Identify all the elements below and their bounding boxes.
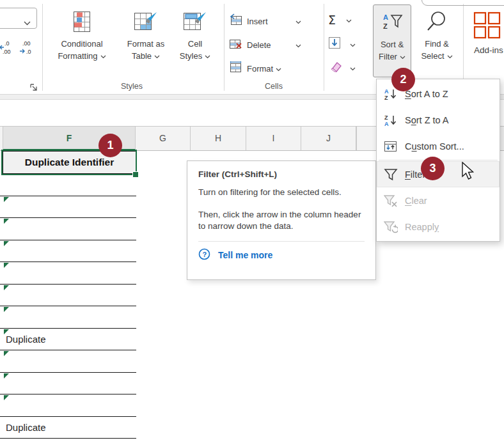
error-indicator-triangle [4, 219, 9, 224]
column-header-h[interactable]: H [191, 127, 246, 150]
cell-text: Duplicate [0, 329, 136, 350]
menu-item-clear: Clear [377, 187, 500, 214]
svg-text:.00: .00 [3, 49, 11, 55]
clear-button[interactable] [328, 60, 356, 75]
cropped-panel-corner [421, 0, 504, 6]
conditional-formatting-button[interactable]: Conditional Formatting [47, 4, 116, 77]
chevron-down-icon [350, 62, 356, 74]
column-header-i[interactable]: I [246, 127, 301, 150]
menu-item-label: Sort Z to A [405, 115, 449, 125]
column-header-g[interactable]: G [136, 127, 191, 150]
filter-icon [384, 168, 398, 181]
svg-text:A: A [383, 13, 388, 21]
table-row[interactable] [0, 240, 136, 263]
conditional-formatting-icon [71, 10, 93, 33]
chevron-down-icon [276, 63, 281, 74]
svg-text:A: A [384, 121, 389, 127]
sort-za-icon: ZA [384, 114, 398, 127]
help-question-icon: ? [198, 248, 210, 263]
increase-decimal-button[interactable]: .0 .00 [0, 38, 16, 58]
format-as-table-button[interactable]: Format as Table [118, 4, 174, 77]
addins-grid-icon [473, 12, 501, 40]
error-indicator-triangle [4, 197, 9, 202]
format-as-table-icon [134, 10, 158, 33]
chevron-down-icon [295, 15, 301, 27]
chevron-down-icon [295, 39, 301, 51]
table-row[interactable] [0, 350, 136, 373]
chevron-down-icon [205, 50, 210, 62]
table-row[interactable]: Duplicate [0, 417, 136, 439]
chevron-down-icon [350, 38, 356, 50]
cell-styles-icon [183, 10, 207, 33]
custom-sort-icon [384, 140, 398, 153]
step-badge-2: 2 [391, 68, 415, 91]
table-row[interactable] [0, 373, 136, 395]
tooltip-title: Filter (Ctrl+Shift+L) [198, 169, 365, 179]
delete-cells-icon [229, 37, 242, 52]
step-badge-3: 3 [421, 157, 445, 180]
error-indicator-triangle [4, 285, 9, 290]
svg-text:Z: Z [384, 95, 388, 100]
svg-text:.00: .00 [22, 40, 31, 47]
find-and-select-button[interactable]: Find & Select [413, 4, 461, 77]
cells-group-label: Cells [229, 82, 319, 91]
chevron-down-icon [447, 50, 453, 62]
fill-button[interactable] [328, 36, 356, 52]
sort-and-filter-button[interactable]: A Z Sort & Filter [373, 4, 411, 77]
add-ins-button[interactable]: Add-ins [469, 4, 504, 77]
format-cells-button[interactable]: Format [229, 60, 281, 77]
step-badge-1: 1 [98, 134, 122, 157]
cell-styles-button[interactable]: Cell Styles [174, 4, 216, 77]
table-row[interactable] [0, 218, 136, 240]
filter-tooltip: Filter (Ctrl+Shift+L) Turn on filtering … [187, 160, 376, 280]
svg-text:Z: Z [384, 114, 388, 121]
table-row[interactable] [0, 174, 136, 196]
excel-window: .0 .00 .00 .0 [0, 0, 504, 445]
fill-handle[interactable] [132, 171, 139, 178]
table-row[interactable] [0, 262, 136, 285]
autosum-button[interactable]: Σ [328, 13, 352, 27]
error-indicator-triangle [4, 329, 9, 334]
chevron-down-icon [154, 50, 160, 62]
delete-cells-button[interactable]: Delete [229, 36, 271, 53]
clear-filter-icon [384, 194, 398, 207]
tooltip-divider [198, 241, 365, 242]
menu-item-label: Reapply [405, 222, 439, 232]
cell-text: Duplicate [0, 417, 136, 439]
decrease-decimal-button[interactable]: .00 .0 [19, 38, 36, 58]
chevron-down-icon [400, 51, 406, 63]
menu-item-reapply: Reapply [377, 214, 500, 240]
chevron-down-icon [346, 14, 352, 26]
chevron-down-icon [24, 17, 31, 28]
chevron-down-icon [100, 50, 106, 62]
menu-item-label: Sort A to Z [405, 89, 448, 99]
eraser-icon [328, 60, 342, 75]
number-format-combo[interactable] [0, 8, 37, 29]
tell-me-more-link[interactable]: ? Tell me more [198, 248, 365, 263]
tooltip-body-2: Then, click the arrow in the column head… [198, 209, 365, 233]
svg-text:Z: Z [383, 22, 388, 30]
error-indicator-triangle [4, 395, 9, 400]
table-row[interactable] [0, 306, 136, 329]
table-row[interactable]: Duplicate [0, 329, 136, 351]
error-indicator-triangle [4, 241, 9, 246]
menu-item-label: Clear [405, 196, 427, 206]
table-row[interactable] [0, 285, 136, 307]
svg-text:.0: .0 [26, 49, 31, 55]
menu-item-sort-z-to-a[interactable]: ZASort Z to A [377, 107, 500, 133]
format-cells-icon [229, 61, 242, 76]
search-icon [425, 10, 448, 33]
sigma-icon: Σ [328, 13, 336, 27]
column-header-j[interactable]: J [301, 127, 356, 150]
error-indicator-triangle [4, 351, 9, 356]
styles-group-label: Styles [47, 82, 216, 91]
insert-cells-button[interactable]: Insert [229, 13, 268, 29]
az-funnel-icon: A Z [381, 11, 403, 34]
table-row[interactable] [0, 394, 136, 417]
svg-text:A: A [384, 88, 389, 95]
tooltip-body-1: Turn on filtering for the selected cells… [198, 187, 365, 199]
table-row[interactable] [0, 196, 136, 219]
fill-down-icon [328, 36, 341, 52]
menu-item-custom-sort[interactable]: Custom Sort... [377, 133, 500, 159]
number-dialog-launcher-icon[interactable] [29, 83, 39, 93]
